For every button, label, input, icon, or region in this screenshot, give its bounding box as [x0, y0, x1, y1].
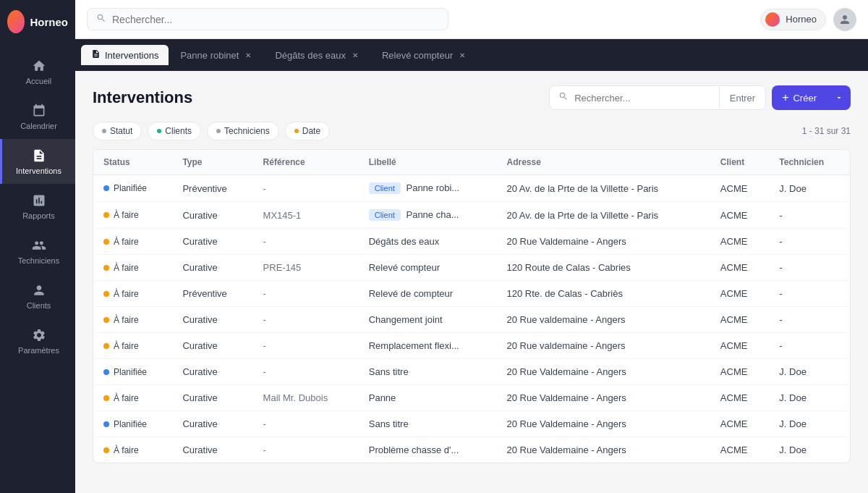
sidebar-item-accueil[interactable]: Accueil [0, 49, 75, 94]
type-text: Curative [182, 444, 217, 455]
table-row[interactable]: À faire Curative - Remplacement flexi...… [93, 333, 850, 359]
cell-status: Planifiée [93, 359, 172, 385]
reference-text: PRE-145 [263, 262, 302, 273]
create-button[interactable]: + Créer [772, 85, 851, 110]
table-row[interactable]: Planifiée Curative - Sans titre 20 Rue V… [93, 359, 850, 385]
table-row[interactable]: À faire Curative MX145-1 Client Panne ch… [93, 202, 850, 229]
search-enter-button[interactable]: Entrer [720, 88, 765, 109]
tab-label-panne-robinet: Panne robinet [180, 50, 239, 61]
reference-text: - [263, 340, 266, 351]
cell-libelle: Relevé de compteur [359, 281, 497, 307]
main-search-bar[interactable]: Entrer [549, 85, 766, 110]
cell-reference: - [253, 411, 359, 437]
status-badge: Planifiée [103, 367, 162, 377]
status-text: À faire [114, 341, 139, 351]
client-name: ACME [720, 366, 748, 377]
cell-technicien: J. Doe [769, 359, 850, 385]
table-row[interactable]: À faire Curative - Changement joint 20 R… [93, 307, 850, 333]
table-row[interactable]: À faire Curative - Dégâts des eaux 20 Ru… [93, 229, 850, 255]
topbar-search[interactable] [87, 8, 448, 30]
col-libelle: Libellé [359, 150, 497, 175]
tab-close-panne-robinet[interactable]: ✕ [243, 50, 253, 60]
cell-type: Curative [172, 333, 252, 359]
sidebar-item-interventions[interactable]: Interventions [0, 139, 75, 184]
tab-degats-eaux[interactable]: Dégâts des eaux ✕ [265, 46, 370, 65]
cell-client: ACME [710, 255, 770, 281]
cell-libelle: Client Panne robi... [359, 175, 497, 202]
tab-interventions[interactable]: Interventions [81, 45, 169, 65]
user-badge[interactable]: Horneo [760, 9, 826, 30]
status-text: À faire [114, 315, 139, 325]
cell-libelle: Client Panne cha... [359, 202, 497, 229]
create-btn-arrow[interactable] [827, 88, 851, 108]
cell-libelle: Remplacement flexi... [359, 333, 497, 359]
cell-client: ACME [710, 411, 770, 437]
page-header: Interventions Entrer + Créer [93, 85, 851, 110]
tab-close-degats-eaux[interactable]: ✕ [350, 50, 360, 60]
filter-label-statut: Statut [110, 126, 132, 136]
cell-client: ACME [710, 437, 770, 463]
table-row[interactable]: Planifiée Préventive - Client Panne robi… [93, 175, 850, 202]
table-body: Planifiée Préventive - Client Panne robi… [93, 175, 850, 463]
app-logo[interactable]: Horneo [0, 0, 75, 43]
status-dot [103, 447, 109, 453]
filter-techniciens[interactable]: Techniciens [207, 122, 279, 140]
sidebar-item-calendrier[interactable]: Calendrier [0, 94, 75, 139]
technicien-text: J. Doe [779, 392, 807, 403]
tab-close-releve-compteur[interactable]: ✕ [457, 50, 467, 60]
libelle-text: Dégâts des eaux [369, 236, 440, 247]
status-text: À faire [114, 445, 139, 455]
sidebar-item-rapports[interactable]: Rapports [0, 184, 75, 229]
cell-type: Curative [172, 437, 252, 463]
sidebar-item-parametres[interactable]: Paramètres [0, 319, 75, 363]
filter-clients[interactable]: Clients [148, 122, 201, 140]
address-text: 20 Av. de la Prte de la Villette - Paris [507, 210, 659, 221]
status-dot [103, 265, 109, 271]
sidebar-item-clients[interactable]: Clients [0, 274, 75, 319]
client-name: ACME [720, 262, 748, 273]
table-row[interactable]: À faire Préventive - Relevé de compteur … [93, 281, 850, 307]
status-text: À faire [114, 393, 139, 403]
cell-adresse: 20 Rue Valdemaine - Angers [497, 359, 710, 385]
main-search-inner [550, 86, 719, 109]
avatar[interactable] [833, 8, 856, 31]
filters-row: Statut Clients Techniciens Date 1 - 31 s… [93, 122, 851, 140]
status-badge: Planifiée [103, 419, 162, 429]
table-row[interactable]: À faire Curative PRE-145 Relevé compteur… [93, 255, 850, 281]
create-btn-main[interactable]: + Créer [772, 85, 827, 110]
user-badge-icon [765, 12, 780, 27]
tab-panne-robinet[interactable]: Panne robinet ✕ [170, 46, 263, 65]
libelle-text: Panne [369, 392, 396, 403]
type-text: Curative [182, 366, 217, 377]
reference-text: - [263, 314, 266, 325]
status-text: À faire [114, 237, 139, 247]
cell-reference: - [253, 281, 359, 307]
cell-technicien: - [769, 255, 850, 281]
filter-date[interactable]: Date [285, 122, 330, 140]
sidebar-item-techniciens[interactable]: Techniciens [0, 229, 75, 274]
cell-client: ACME [710, 175, 770, 202]
status-dot [103, 185, 109, 191]
client-name: ACME [720, 392, 748, 403]
table-row[interactable]: À faire Curative Mail Mr. Dubois Panne 2… [93, 385, 850, 411]
technicians-icon [31, 237, 47, 253]
pagination-info: 1 - 31 sur 31 [802, 126, 851, 136]
cell-technicien: J. Doe [769, 385, 850, 411]
filter-label-date: Date [302, 126, 320, 136]
filter-dot-clients [157, 129, 161, 133]
table-row[interactable]: À faire Curative - Problème chasse d'...… [93, 437, 850, 463]
reports-icon [31, 193, 47, 208]
table-row[interactable]: Planifiée Curative - Sans titre 20 Rue V… [93, 411, 850, 437]
reference-text: MX145-1 [263, 210, 302, 221]
filter-label-clients: Clients [165, 126, 192, 136]
cell-technicien: J. Doe [769, 411, 850, 437]
main-search-input[interactable] [574, 93, 710, 104]
client-name: ACME [720, 444, 748, 455]
type-text: Curative [182, 418, 217, 429]
filter-statut[interactable]: Statut [93, 122, 142, 140]
tab-releve-compteur[interactable]: Relevé compteur ✕ [372, 46, 477, 65]
sidebar-label-rapports: Rapports [22, 211, 55, 220]
address-text: 120 Route de Calas - Cabries [507, 262, 631, 273]
topbar-search-input[interactable] [112, 14, 439, 25]
client-name: ACME [720, 314, 748, 325]
